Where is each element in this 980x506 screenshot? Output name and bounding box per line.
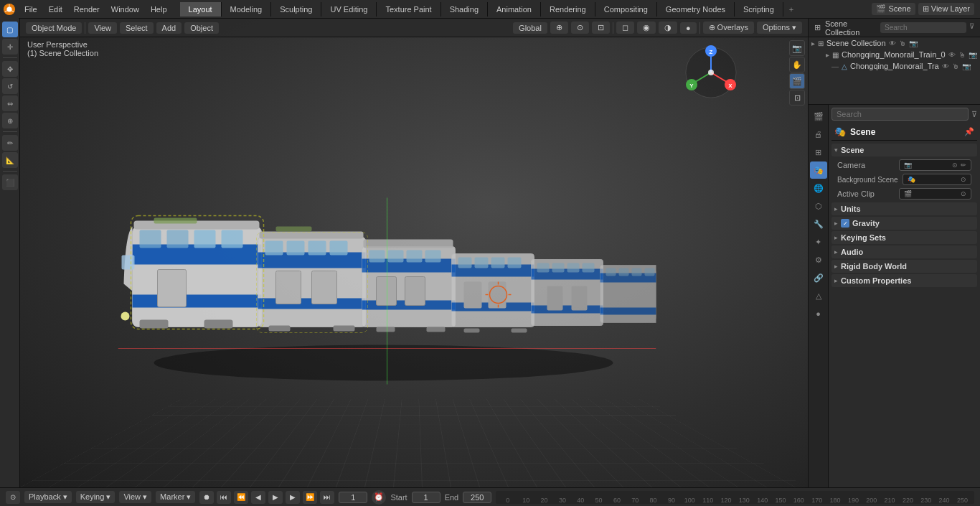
tab-layout[interactable]: Layout (180, 2, 222, 17)
record-button[interactable]: ⏺ (199, 491, 214, 504)
item1-select-icon[interactable]: 🖱 (958, 51, 966, 59)
prop-output-icon[interactable]: 🖨 (810, 126, 827, 143)
add-menu-button[interactable]: Add (156, 22, 182, 34)
prop-scene-icon[interactable]: 🎭 (810, 161, 827, 179)
jump-forward-button[interactable]: ⏩ (303, 491, 317, 504)
tab-animation[interactable]: Animation (488, 2, 541, 17)
gravity-checkbox[interactable]: ✓ (841, 219, 849, 228)
scene-section-header[interactable]: ▾ Scene (831, 144, 977, 156)
keying-dropdown[interactable]: Keying ▾ (76, 491, 116, 503)
tab-sculpting[interactable]: Sculpting (271, 2, 321, 17)
navigation-gizmo[interactable]: Z X Y (682, 44, 740, 101)
menu-edit[interactable]: Edit (43, 3, 68, 16)
viewport[interactable]: Object Mode View Select Add Object Globa… (20, 19, 808, 487)
timeline-ruler[interactable]: 0 10 20 30 40 50 60 70 80 90 100 110 120… (496, 491, 974, 504)
prop-physics-icon[interactable]: ⚙ (810, 251, 827, 268)
add-cube-tool-button[interactable]: ⬛ (2, 174, 18, 190)
skip-start-button[interactable]: ⏮ (217, 491, 231, 504)
prop-object-icon[interactable]: ⬡ (810, 197, 827, 215)
object-mode-button[interactable]: Object Mode (26, 22, 82, 34)
prop-particles-icon[interactable]: ✦ (810, 233, 827, 250)
tab-compositing[interactable]: Compositing (595, 2, 657, 17)
rotate-tool-button[interactable]: ↺ (2, 78, 18, 94)
outliner-filter-button[interactable]: ⊽ (969, 22, 974, 33)
outliner-item-train-1[interactable]: ▸ ▦ Chongqing_Monorail_Train_0 👁 🖱 📷 (820, 49, 980, 60)
menu-file[interactable]: File (19, 3, 43, 16)
object-menu-button[interactable]: Object (184, 22, 219, 34)
snap-button[interactable]: ⊡ (592, 22, 610, 34)
gravity-section-header[interactable]: ▸ ✓ Gravity (831, 217, 977, 230)
background-scene-field[interactable]: 🎭 ⊙ (903, 174, 971, 185)
cursor-tool-button[interactable]: ✛ (2, 39, 18, 55)
view-layer-selector[interactable]: ⊞ View Layer (918, 3, 974, 15)
grab-button[interactable]: ✋ (789, 57, 805, 72)
global-transform-button[interactable]: Global (513, 22, 547, 34)
select-tool-button[interactable]: ▢ (2, 22, 18, 37)
bg-scene-browse-icon[interactable]: ⊙ (961, 176, 966, 183)
current-frame-input[interactable] (339, 492, 367, 503)
transform-tool-button[interactable]: ⊕ (2, 113, 18, 128)
prop-constraints-icon[interactable]: 🔗 (810, 269, 827, 286)
item1-render-icon[interactable]: 📷 (969, 51, 977, 59)
tab-geometry-nodes[interactable]: Geometry Nodes (657, 2, 735, 17)
units-section-header[interactable]: ▸ Units (831, 202, 977, 215)
annotate-tool-button[interactable]: ✏ (2, 135, 18, 151)
outliner-scene-collection[interactable]: ▸ ⊞ Scene Collection 👁 🖱 📷 (809, 37, 980, 49)
scene-selector[interactable]: 🎬 Scene (872, 3, 915, 15)
item2-render-icon[interactable]: 📷 (962, 62, 971, 70)
select-menu-button[interactable]: Select (120, 22, 154, 34)
props-filter-icon[interactable]: ⊽ (971, 110, 977, 119)
marker-dropdown[interactable]: Marker ▾ (156, 491, 195, 503)
item2-select-icon[interactable]: 🖱 (952, 62, 959, 70)
add-workspace-button[interactable]: + (783, 2, 799, 17)
gizmo-button[interactable]: Options ▾ (757, 22, 802, 34)
camera-eyedropper-icon[interactable]: ✏ (961, 161, 966, 169)
custom-props-section-header[interactable]: ▸ Custom Properties (831, 274, 977, 287)
props-search-input[interactable] (831, 108, 969, 121)
timeline-mode-button[interactable]: ⊙ (6, 491, 20, 504)
prop-view-layer-icon[interactable]: ⊞ (810, 144, 827, 161)
viewport-shading-button[interactable]: ⊡ (789, 90, 805, 106)
overlay-button[interactable]: ⊕ Overlays (703, 22, 754, 34)
menu-help[interactable]: Help (145, 3, 173, 16)
scale-tool-button[interactable]: ⇔ (2, 95, 18, 111)
prev-frame-button[interactable]: ◀ (251, 491, 265, 504)
tab-shading[interactable]: Shading (441, 2, 488, 17)
render-view-button[interactable]: 🎬 (789, 73, 805, 89)
item2-view-icon[interactable]: 👁 (942, 62, 949, 70)
tab-texture-paint[interactable]: Texture Paint (377, 2, 440, 17)
measure-tool-button[interactable]: 📐 (2, 152, 18, 168)
restrict-render-icon[interactable]: 📷 (909, 39, 918, 47)
camera-browse-icon[interactable]: ⊙ (952, 161, 958, 169)
shading-wire-button[interactable]: ◻ (616, 22, 634, 34)
camera-field[interactable]: 📷 ⊙ ✏ (899, 159, 971, 171)
restrict-select-icon[interactable]: 🖱 (899, 39, 906, 47)
restrict-view-icon[interactable]: 👁 (889, 39, 896, 47)
clip-browse-icon[interactable]: ⊙ (961, 190, 966, 197)
play-button[interactable]: ▶ (268, 491, 283, 504)
tab-scripting[interactable]: Scripting (735, 2, 783, 17)
next-frame-button[interactable]: ▶ (286, 491, 300, 504)
item1-view-icon[interactable]: 👁 (948, 51, 956, 59)
prop-object-data-icon[interactable]: △ (810, 287, 827, 304)
proportional-edit-button[interactable]: ⊙ (571, 22, 589, 34)
prop-modifier-icon[interactable]: 🔧 (810, 215, 827, 233)
tab-rendering[interactable]: Rendering (541, 2, 595, 17)
rigid-body-section-header[interactable]: ▸ Rigid Body World (831, 260, 977, 273)
shading-material-button[interactable]: ◑ (659, 22, 677, 34)
skip-end-button[interactable]: ⏭ (320, 491, 334, 504)
jump-back-button[interactable]: ⏪ (234, 491, 248, 504)
tab-modeling[interactable]: Modeling (222, 2, 272, 17)
keying-sets-section-header[interactable]: ▸ Keying Sets (831, 231, 977, 244)
menu-window[interactable]: Window (105, 3, 145, 16)
shading-render-button[interactable]: ● (680, 22, 697, 34)
tab-uv-editing[interactable]: UV Editing (321, 2, 377, 17)
view-dropdown[interactable]: View ▾ (119, 491, 151, 503)
prop-world-icon[interactable]: 🌐 (810, 179, 827, 197)
transform-options-button[interactable]: ⊕ (550, 22, 568, 34)
move-tool-button[interactable]: ✥ (2, 61, 18, 77)
start-frame-input[interactable] (412, 492, 440, 503)
view-menu-button[interactable]: View (88, 22, 117, 34)
menu-render[interactable]: Render (68, 3, 105, 16)
camera-view-button[interactable]: 📷 (789, 40, 805, 56)
